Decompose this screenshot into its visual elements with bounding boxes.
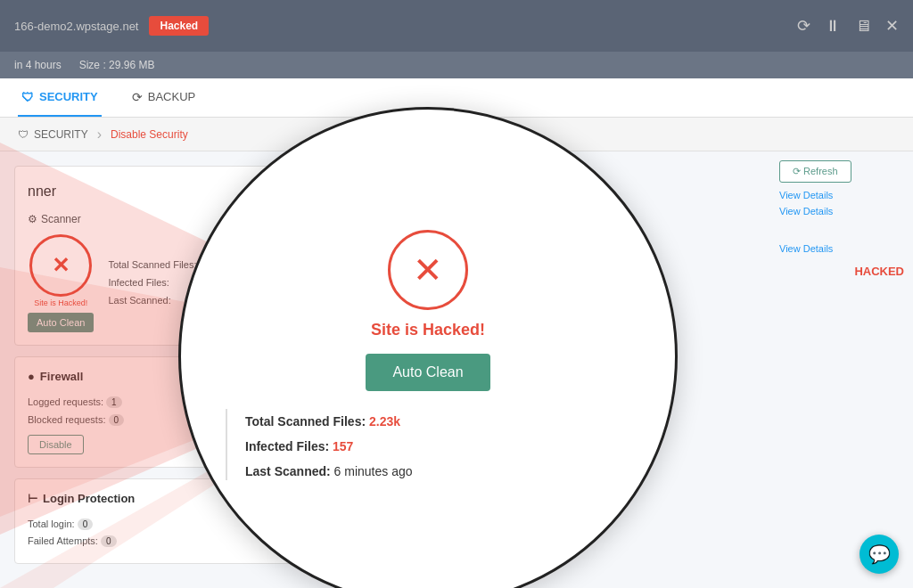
top-bar-left: 166-demo2.wpstage.net Hacked xyxy=(14,16,209,36)
magnified-last-value: 6 minutes ago xyxy=(334,464,413,478)
hacked-badge: Hacked xyxy=(149,16,209,36)
refresh-icon[interactable]: ⟳ xyxy=(797,16,810,36)
view-details-link-3[interactable]: View Details xyxy=(779,243,904,254)
logged-count-badge: 1 xyxy=(106,396,122,408)
magnified-last-scanned: Last Scanned: 6 minutes ago xyxy=(245,459,413,484)
magnify-overlay: ✕ Site is Hacked! Auto Clean Total Scann… xyxy=(178,107,678,588)
login-icon: ⊢ xyxy=(28,492,37,505)
gear-icon: ⚙ xyxy=(28,213,37,225)
total-scanned-row: Total Scanned Files: xyxy=(108,257,196,274)
scanner-title: nner xyxy=(28,184,56,200)
refresh-button[interactable]: ⟳ Refresh xyxy=(779,160,851,183)
view-details-link-1[interactable]: View Details xyxy=(779,190,904,200)
shield-small-icon: 🛡 xyxy=(18,128,29,141)
inbox-icon[interactable]: 🖥 xyxy=(855,17,871,36)
magnified-total-label: Total Scanned Files: xyxy=(245,414,366,429)
blocked-count-badge: 0 xyxy=(109,414,125,426)
magnified-infected: Infected Files: 157 xyxy=(245,434,413,459)
failed-attempts-label: Failed Attempts: xyxy=(28,535,98,546)
breadcrumb-section: SECURITY xyxy=(34,128,88,141)
site-url: 166-demo2.wpstage.net xyxy=(14,20,138,33)
security-tab-label: SECURITY xyxy=(39,90,98,103)
site-hacked-text-small: Site is Hacked! xyxy=(34,298,87,307)
hacked-status: ✕ Site is Hacked! Auto Clean xyxy=(28,234,94,332)
view-details-link-2[interactable]: View Details xyxy=(779,206,904,216)
subtitle-bar: in 4 hours Size : 29.96 MB xyxy=(0,52,913,78)
top-bar-controls: ⟳ ⏸ 🖥 ✕ xyxy=(797,16,899,36)
total-scanned-label: Total Scanned Files: xyxy=(108,259,196,270)
magnified-x-icon: ✕ xyxy=(413,252,443,288)
logged-requests-label: Logged requests: xyxy=(28,396,103,407)
firewall-disable-button[interactable]: Disable xyxy=(28,435,84,454)
tab-backup[interactable]: ⟳ BACKUP xyxy=(128,78,199,117)
security-tab-icon: 🛡 xyxy=(21,90,34,104)
magnified-last-label: Last Scanned: xyxy=(245,464,331,478)
magnified-stats-divider: Total Scanned Files: 2.23k Infected File… xyxy=(208,409,648,484)
magnified-total-value: 2.23k xyxy=(369,414,400,429)
magnified-stats: Total Scanned Files: 2.23k Infected File… xyxy=(245,409,413,484)
top-bar: 166-demo2.wpstage.net Hacked ⟳ ⏸ 🖥 ✕ xyxy=(0,0,913,52)
breadcrumb: 🛡 SECURITY xyxy=(18,128,88,141)
infected-row: Infected Files: xyxy=(108,274,196,292)
pause-icon[interactable]: ⏸ xyxy=(825,17,841,36)
hacked-circle: ✕ xyxy=(29,234,92,297)
stats-divider xyxy=(226,409,227,480)
breadcrumb-divider: › xyxy=(97,127,102,143)
magnified-content: ✕ Site is Hacked! Auto Clean Total Scann… xyxy=(181,203,675,510)
close-icon[interactable]: ✕ xyxy=(885,16,899,36)
hacked-label-right: HACKED xyxy=(779,265,904,278)
backup-tab-label: BACKUP xyxy=(148,90,195,103)
right-sidebar: ⟳ Refresh View Details View Details View… xyxy=(770,151,913,588)
blocked-requests-label: Blocked requests: xyxy=(28,414,105,425)
total-login-badge: 0 xyxy=(78,519,94,530)
magnified-hacked-circle: ✕ xyxy=(388,230,468,310)
auto-clean-button[interactable]: Auto Clean xyxy=(366,354,489,391)
last-scanned-label: Last Scanned: xyxy=(108,295,170,306)
backup-tab-icon: ⟳ xyxy=(132,90,143,104)
infected-label: Infected Files: xyxy=(108,277,169,288)
scanner-section-icon-label: ⚙ Scanner xyxy=(28,213,81,225)
magnified-infected-value: 157 xyxy=(333,439,353,453)
auto-clean-small-button[interactable]: Auto Clean xyxy=(28,313,94,332)
x-icon: ✕ xyxy=(52,255,70,276)
firewall-icon: ● xyxy=(28,370,35,383)
size-info: Size : 29.96 MB xyxy=(79,59,155,71)
magnified-total-scanned: Total Scanned Files: 2.23k xyxy=(245,409,413,434)
total-login-label: Total login: xyxy=(28,519,75,529)
failed-attempts-badge: 0 xyxy=(101,535,117,547)
backup-time: in 4 hours xyxy=(14,59,62,71)
right-actions: View Details View Details View Details xyxy=(779,190,904,254)
chat-icon: 💬 xyxy=(868,543,891,565)
disable-security-link[interactable]: Disable Security xyxy=(111,128,188,141)
magnified-infected-label: Infected Files: xyxy=(245,439,329,453)
chat-button[interactable]: 💬 xyxy=(860,535,899,574)
magnified-hacked-text: Site is Hacked! xyxy=(371,321,485,339)
scanner-label: Scanner xyxy=(41,213,81,225)
tab-security[interactable]: 🛡 SECURITY xyxy=(18,78,102,117)
